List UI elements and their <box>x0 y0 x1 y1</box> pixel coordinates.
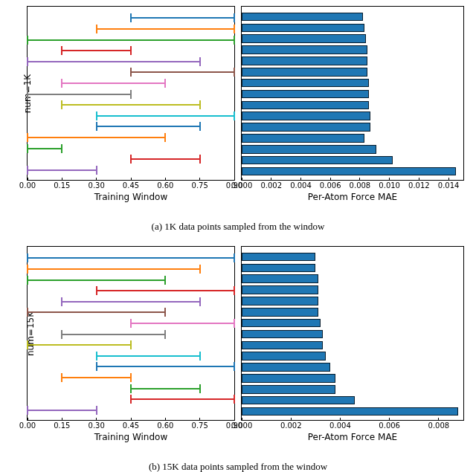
x-tick-label: 0.004 <box>329 421 351 430</box>
mae-bar <box>242 253 315 262</box>
mae-bar <box>242 352 326 361</box>
window-range <box>28 18 234 19</box>
window-range <box>28 29 234 30</box>
x-tick-label: 0.00 <box>19 421 36 430</box>
mae-bar <box>242 308 318 317</box>
window-range <box>28 399 234 400</box>
window-range <box>28 410 234 411</box>
window-range <box>28 356 234 357</box>
x-tick-label: 0.60 <box>157 421 173 430</box>
mae-bar <box>242 156 393 165</box>
window-range <box>28 366 234 367</box>
mae-bar <box>242 45 367 54</box>
x-tick-label: 0.000 <box>231 181 253 190</box>
panel-a-left-xlabel: Training Window <box>94 192 167 202</box>
mae-bar <box>242 34 366 43</box>
window-range <box>28 149 234 149</box>
mae-bar <box>242 285 318 294</box>
panel-a: num=1K 0.000.150.300.450.600.750.90 Trai… <box>6 6 470 181</box>
window-range <box>28 138 234 138</box>
panel-a-right-plot: 0.0000.0020.0040.0060.0080.0100.0120.014… <box>241 6 464 181</box>
figure: num=1K 0.000.150.300.450.600.750.90 Trai… <box>6 6 470 472</box>
mae-bar <box>242 90 369 99</box>
window-range <box>28 258 234 259</box>
mae-bar <box>242 123 370 132</box>
window-range <box>28 72 234 73</box>
x-tick-label: 0.15 <box>54 421 70 430</box>
x-tick-label: 0.30 <box>89 181 105 190</box>
x-tick-label: 0.30 <box>89 421 105 430</box>
x-tick-label: 0.008 <box>428 421 450 430</box>
panel-a-left-xticks: 0.000.150.300.450.600.750.90 <box>28 181 234 192</box>
mae-bar <box>242 111 370 120</box>
caption-a: (a) 1K data points sampled from the wind… <box>6 221 470 233</box>
mae-bar <box>242 319 321 328</box>
x-tick-label: 0.75 <box>192 421 208 430</box>
x-tick-label: 0.60 <box>157 181 173 190</box>
panel-a-right-xlabel: Per-Atom Force MAE <box>308 192 397 202</box>
window-range <box>28 105 234 106</box>
mae-bar <box>242 374 335 383</box>
mae-bar <box>242 167 456 176</box>
mae-bar <box>242 264 315 273</box>
x-tick-label: 0.000 <box>231 421 253 430</box>
window-range <box>28 291 234 291</box>
window-range <box>28 345 234 346</box>
window-range <box>28 269 234 270</box>
x-tick-label: 0.15 <box>54 181 70 190</box>
mae-bar <box>242 134 364 143</box>
window-range <box>28 159 234 160</box>
x-tick-label: 0.006 <box>379 421 400 430</box>
panel-b-left-xticks: 0.000.150.300.450.600.750.90 <box>28 421 234 432</box>
window-range <box>28 126 234 127</box>
mae-bar <box>242 101 369 110</box>
window-range <box>28 280 234 281</box>
window-range <box>28 62 234 62</box>
mae-bar <box>242 385 335 394</box>
panel-b-right-plot: 0.0000.0020.0040.0060.008 Per-Atom Force… <box>241 246 464 421</box>
panel-b-left-xlabel: Training Window <box>94 432 167 442</box>
x-tick-label: 0.75 <box>192 181 208 190</box>
mae-bar <box>242 363 330 372</box>
mae-bar <box>242 79 369 88</box>
x-tick-label: 0.014 <box>438 181 460 190</box>
x-tick-label: 0.012 <box>408 181 430 190</box>
panel-a-left-plot: num=1K 0.000.150.300.450.600.750.90 Trai… <box>27 6 235 181</box>
mae-bar <box>242 407 458 416</box>
window-range <box>28 389 234 389</box>
x-tick-label: 0.010 <box>379 181 400 190</box>
x-tick-label: 0.00 <box>19 181 36 190</box>
mae-bar <box>242 56 367 65</box>
window-range <box>28 302 234 303</box>
x-tick-label: 0.45 <box>123 421 139 430</box>
window-range <box>28 116 234 117</box>
mae-bar <box>242 24 364 33</box>
window-range <box>28 170 234 171</box>
panel-b-right-xlabel: Per-Atom Force MAE <box>308 432 397 442</box>
panel-b: num=15K 0.000.150.300.450.600.750.90 Tra… <box>6 246 470 421</box>
panel-b-left-plot: num=15K 0.000.150.300.450.600.750.90 Tra… <box>27 246 235 421</box>
window-range <box>28 334 234 335</box>
window-range <box>28 40 234 41</box>
mae-bar <box>242 68 367 77</box>
mae-bar <box>242 274 318 283</box>
mae-bar <box>242 396 355 405</box>
window-range <box>28 94 234 95</box>
mae-bar <box>242 13 363 22</box>
window-range <box>28 83 234 84</box>
window-range <box>28 51 234 51</box>
window-range <box>28 323 234 324</box>
x-tick-label: 0.45 <box>123 181 139 190</box>
mae-bar <box>242 297 318 305</box>
panel-a-right-xticks: 0.0000.0020.0040.0060.0080.0100.0120.014 <box>242 181 463 192</box>
x-tick-label: 0.002 <box>280 421 302 430</box>
mae-bar <box>242 145 376 154</box>
panel-b-right-xticks: 0.0000.0020.0040.0060.008 <box>242 421 463 432</box>
x-tick-label: 0.002 <box>260 181 282 190</box>
mae-bar <box>242 341 323 350</box>
window-range <box>28 312 234 313</box>
window-range <box>28 378 234 378</box>
x-tick-label: 0.008 <box>350 181 371 190</box>
caption-b: (b) 15K data points sampled from the win… <box>6 461 470 472</box>
mae-bar <box>242 330 323 339</box>
